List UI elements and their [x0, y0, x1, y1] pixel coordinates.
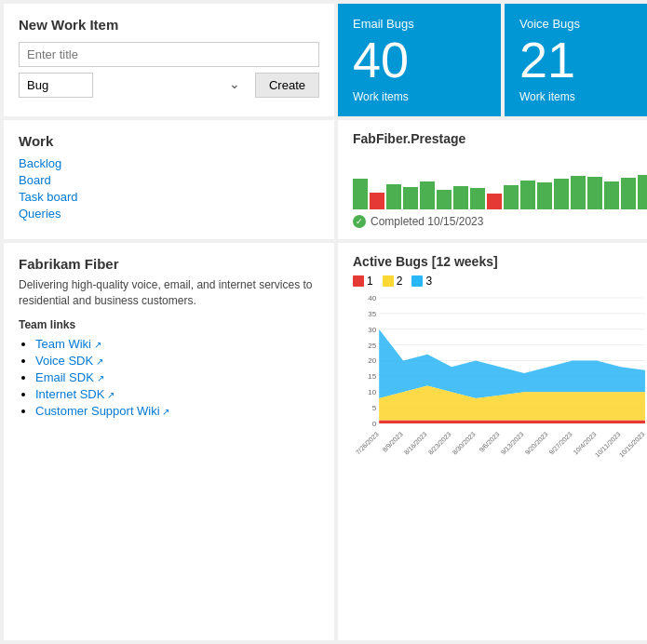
- svg-text:8/16/2023: 8/16/2023: [403, 431, 428, 456]
- bar: [453, 186, 468, 209]
- svg-text:10/4/2023: 10/4/2023: [573, 431, 598, 456]
- fabrikam-description: Delivering high-quality voice, email, an…: [19, 277, 319, 309]
- board-link[interactable]: Board: [19, 173, 319, 187]
- team-links-list: Team Wiki Voice SDK Email SDK Internet S…: [19, 337, 319, 418]
- check-icon: ✓: [353, 215, 366, 228]
- new-work-item-title: New Work Item: [19, 17, 319, 33]
- svg-text:25: 25: [368, 342, 376, 350]
- svg-text:10/15/2023: 10/15/2023: [618, 431, 646, 459]
- work-type-select[interactable]: Bug Task User Story Epic: [19, 73, 93, 98]
- tiles-row: Email Bugs 40 Work items Voice Bugs 21 W…: [338, 4, 647, 116]
- bar: [353, 179, 368, 209]
- svg-text:0: 0: [372, 420, 377, 428]
- fabrikam-panel: Fabrikam Fiber Delivering high-quality v…: [4, 243, 334, 640]
- email-bugs-title: Email Bugs: [353, 17, 486, 31]
- team-links-heading: Team links: [19, 318, 319, 331]
- bar: [604, 181, 619, 209]
- new-work-item-panel: New Work Item Bug Task User Story Epic C…: [4, 4, 334, 116]
- active-bugs-panel: Active Bugs [12 weeks] 1 2 3 05101520253…: [338, 243, 647, 640]
- bar: [571, 176, 586, 209]
- svg-text:35: 35: [368, 310, 376, 318]
- voice-bugs-tile: Voice Bugs 21 Work items: [505, 4, 647, 116]
- bar: [370, 193, 384, 209]
- bar: [386, 184, 401, 209]
- fabfiber-panel: FabFiber.Prestage ✓ Completed 10/15/2023: [338, 120, 647, 239]
- bar: [638, 175, 647, 209]
- voice-bugs-count: 21: [519, 34, 647, 85]
- svg-text:7/26/2023: 7/26/2023: [355, 431, 380, 456]
- fabrikam-title: Fabrikam Fiber: [19, 256, 319, 272]
- fabfiber-title: FabFiber.Prestage: [353, 131, 647, 146]
- bar: [621, 178, 636, 209]
- legend-item-1: 1: [353, 275, 373, 288]
- bar: [420, 181, 435, 209]
- email-sdk-link[interactable]: Email SDK: [35, 370, 104, 384]
- legend-dot-1: [353, 275, 364, 287]
- completed-row: ✓ Completed 10/15/2023: [353, 215, 647, 228]
- bar: [520, 181, 535, 209]
- backlog-link[interactable]: Backlog: [19, 156, 319, 170]
- taskboard-link[interactable]: Task board: [19, 190, 319, 204]
- completed-text: Completed 10/15/2023: [371, 215, 483, 228]
- voice-bugs-title: Voice Bugs: [519, 17, 647, 31]
- work-panel: Work Backlog Board Task board Queries: [4, 120, 334, 239]
- email-bugs-subtitle: Work items: [353, 90, 486, 103]
- customer-support-wiki-link[interactable]: Customer Support Wiki: [35, 404, 169, 418]
- svg-text:40: 40: [368, 294, 376, 302]
- team-wiki-link[interactable]: Team Wiki: [35, 337, 101, 351]
- svg-text:9/20/2023: 9/20/2023: [524, 431, 549, 456]
- fabfiber-bar-chart: [353, 154, 647, 209]
- bar: [587, 177, 602, 209]
- list-item: Voice SDK: [35, 354, 319, 368]
- active-bugs-title: Active Bugs [12 weeks]: [353, 254, 647, 269]
- legend-item-2: 2: [383, 275, 403, 288]
- queries-link[interactable]: Queries: [19, 207, 319, 221]
- work-item-title-input[interactable]: [19, 42, 319, 67]
- svg-text:8/30/2023: 8/30/2023: [452, 431, 477, 456]
- bar: [487, 194, 502, 209]
- voice-bugs-subtitle: Work items: [519, 90, 647, 103]
- legend-dot-2: [383, 275, 394, 287]
- voice-sdk-link[interactable]: Voice SDK: [35, 354, 103, 368]
- bar: [470, 188, 485, 209]
- svg-text:5: 5: [372, 404, 377, 412]
- svg-text:9/6/2023: 9/6/2023: [478, 431, 500, 453]
- list-item: Internet SDK: [35, 387, 319, 401]
- list-item: Customer Support Wiki: [35, 404, 319, 418]
- legend-label-2: 2: [397, 275, 403, 288]
- svg-text:8/23/2023: 8/23/2023: [427, 431, 452, 456]
- internet-sdk-link[interactable]: Internet SDK: [35, 387, 115, 401]
- svg-text:9/13/2023: 9/13/2023: [500, 431, 525, 456]
- svg-text:9/27/2023: 9/27/2023: [548, 431, 573, 456]
- bar: [437, 190, 452, 209]
- chart-legend: 1 2 3: [353, 275, 647, 288]
- bar: [537, 182, 552, 209]
- work-section-title: Work: [19, 133, 319, 149]
- area-chart-svg: 05101520253035407/26/20238/9/20238/16/20…: [353, 293, 647, 479]
- email-bugs-count: 40: [353, 34, 486, 85]
- list-item: Team Wiki: [35, 337, 319, 351]
- email-bugs-tile: Email Bugs 40 Work items: [338, 4, 501, 116]
- legend-dot-3: [411, 275, 423, 287]
- svg-text:30: 30: [368, 326, 376, 334]
- legend-label-1: 1: [367, 275, 373, 288]
- svg-text:10: 10: [368, 388, 376, 396]
- create-button[interactable]: Create: [255, 73, 319, 98]
- bar: [403, 187, 418, 209]
- legend-label-3: 3: [425, 275, 432, 288]
- svg-text:8/9/2023: 8/9/2023: [382, 431, 404, 453]
- svg-text:15: 15: [368, 372, 376, 381]
- legend-item-3: 3: [411, 275, 432, 288]
- svg-text:20: 20: [368, 357, 376, 366]
- active-bugs-chart: 05101520253035407/26/20238/9/20238/16/20…: [353, 293, 647, 479]
- bar: [504, 185, 519, 209]
- bar: [554, 179, 569, 209]
- list-item: Email SDK: [35, 370, 319, 384]
